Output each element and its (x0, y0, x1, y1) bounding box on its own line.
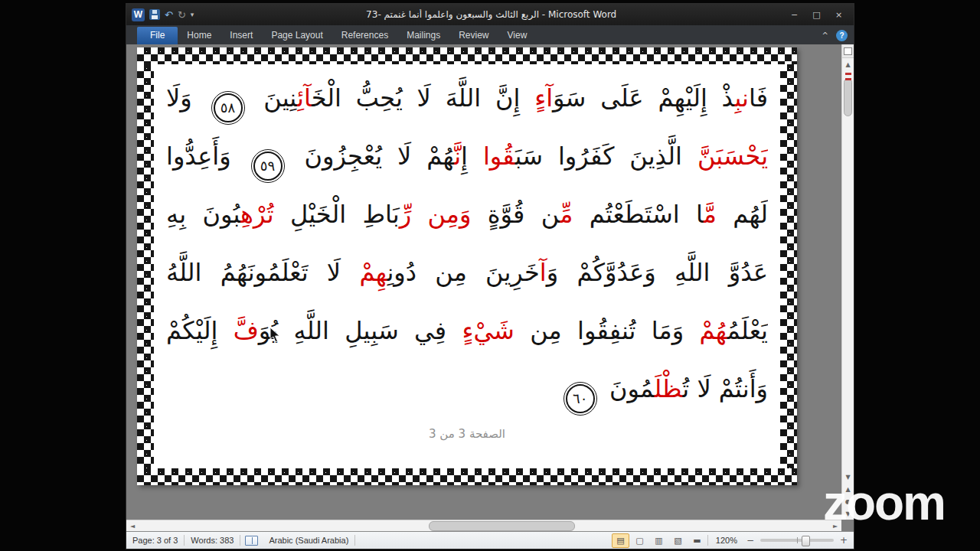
redo-icon[interactable]: ↻ (178, 10, 186, 20)
quran-text-segment: الَّذِينَ كَفَرُوا سَبَ (515, 142, 697, 171)
status-separator (707, 535, 708, 546)
ayah-number-badge: ٥٩ (253, 152, 283, 181)
quran-text-segment: هِمْ (359, 258, 387, 287)
view-outline-button[interactable]: ▧ (669, 533, 687, 548)
undo-icon[interactable]: ↶ (165, 10, 173, 20)
quran-text-segment: وَمَا تُنفِقُوا مِن (514, 316, 700, 345)
vertical-scroll-track[interactable] (842, 70, 854, 471)
quran-line[interactable]: يَعْلَمُهُمْ وَمَا تُنفِقُوا مِن شَيْءٍ … (166, 302, 768, 360)
quran-text-segment: قُوا (483, 142, 515, 171)
quran-line[interactable]: فَانبِذْ إِلَيْهِمْ عَلَى سَوَآءٍ إِنَّ … (166, 69, 768, 127)
zoom-slider-notch (797, 537, 798, 543)
quran-text-segment: تُرْهِ (240, 200, 273, 229)
vertical-scroll-thumb[interactable] (844, 78, 852, 116)
zoom-level-label[interactable]: 120% (710, 536, 743, 545)
minimize-button[interactable]: ─ (783, 7, 805, 22)
horizontal-scroll-track[interactable] (139, 520, 829, 531)
word-count-indicator[interactable]: Words: 383 (185, 536, 240, 545)
quran-text-segment: خَرِينَ مِن دُونِ (387, 258, 539, 287)
tab-page-layout[interactable]: Page Layout (262, 27, 332, 44)
quran-text-segment: مُونَ (602, 374, 655, 403)
zoom-slider-thumb[interactable] (802, 536, 810, 546)
status-bar: Page: 3 of 3 Words: 383 Arabic (Saudi Ar… (126, 531, 854, 549)
page-content[interactable]: فَانبِذْ إِلَيْهِمْ عَلَى سَوَآءٍ إِنَّ … (154, 64, 780, 468)
zoom-out-button[interactable]: − (745, 535, 756, 546)
quran-text-segment: وَأَعِدُّوا (166, 142, 247, 171)
quran-text-segment: لَا تَعْلَمُونَهُمُ اللَّهُ (166, 258, 359, 287)
page-border-ornament-top (137, 47, 797, 64)
quran-text-segment: لَهُم (717, 200, 768, 229)
tab-mailings[interactable]: Mailings (397, 27, 449, 44)
quran-text-segment: ن قُوَّةٍ (471, 200, 560, 229)
quran-line[interactable]: لَهُم مَّا اسْتَطَعْتُم مِّن قُوَّةٍ وَم… (166, 185, 768, 243)
zoom-slider[interactable] (760, 539, 834, 542)
quran-text-segment: إِ (461, 142, 483, 171)
tab-file[interactable]: File (137, 27, 178, 44)
language-indicator[interactable]: Arabic (Saudi Arabia) (263, 536, 354, 545)
quran-text-segment: إِلَيْكُمْ (166, 316, 234, 345)
quran-text-segment: وَأَنتُمْ لَا تُ (682, 374, 768, 403)
view-full-screen-reading-button[interactable]: ▢ (631, 533, 648, 548)
quran-text-segment: عَدُوَّ اللَّهِ وَعَدُوَّكُمْ وَ (547, 258, 768, 287)
quran-text-segment: يَعْلَمُ (727, 316, 768, 345)
tab-references[interactable]: References (332, 27, 397, 44)
help-icon[interactable]: ? (836, 30, 848, 41)
tracked-change-mark (845, 78, 851, 80)
quran-text-segment: فِي سَبِيلِ اللَّهِ يُوَ (259, 316, 462, 345)
view-draft-button[interactable]: ▬ (688, 533, 706, 548)
title-bar: W ↶ ↻ ▾ الربع الثالث والسبعون واعلموا أن… (126, 4, 854, 25)
minimize-ribbon-icon[interactable]: ^ (822, 31, 828, 40)
proofing-status-icon[interactable] (245, 536, 258, 546)
scroll-up-button[interactable]: ▲ (842, 58, 854, 70)
scroll-left-button[interactable]: ◄ (126, 523, 139, 530)
quran-text-segment: نِينَ (250, 83, 298, 112)
save-icon[interactable] (149, 9, 160, 20)
ruler-toggle-button[interactable] (842, 44, 854, 58)
ribbon-right-controls: ^ ? (822, 30, 848, 44)
quran-text-segment: نبِ (734, 83, 749, 112)
quran-text-segment: ذْ إِلَيْهِمْ عَلَى سَوَ (553, 83, 734, 112)
quran-text-segment: شَيْءٍ (462, 316, 514, 345)
tab-insert[interactable]: Insert (220, 27, 262, 44)
maximize-button[interactable]: □ (805, 7, 828, 22)
quran-text-segment: مِّ (560, 200, 573, 229)
page-indicator[interactable]: Page: 3 of 3 (126, 536, 184, 545)
quran-line[interactable]: يَحْسَبَنَّ الَّذِينَ كَفَرُوا سَبَقُوا … (166, 127, 768, 185)
quran-line[interactable]: وَأَنتُمْ لَا تُظْلَمُونَ ٦٠ (166, 360, 768, 418)
horizontal-scroll-thumb[interactable] (429, 521, 575, 531)
document-page[interactable]: فَانبِذْ إِلَيْهِمْ عَلَى سَوَآءٍ إِنَّ … (137, 47, 797, 485)
window-title: الربع الثالث والسبعون واعلموا أنما غنمتم… (199, 9, 783, 20)
tab-home[interactable]: Home (178, 27, 220, 44)
page-border-ornament-left (137, 64, 154, 468)
vertical-scrollbar[interactable]: ▲ ▼ ▲ ● ▼ (841, 44, 854, 520)
tab-view[interactable]: View (498, 27, 537, 44)
word-window: W ↶ ↻ ▾ الربع الثالث والسبعون واعلموا أن… (126, 3, 854, 549)
ribbon-tab-bar: File Home Insert Page Layout References … (126, 25, 854, 44)
status-separator (240, 535, 240, 546)
quran-text-segment: بَاطِ الْخَيْلِ (274, 200, 400, 229)
quran-text-segment: وَلَا (166, 83, 207, 112)
view-web-layout-button[interactable]: ▥ (650, 533, 668, 548)
word-logo-icon[interactable]: W (132, 8, 145, 21)
quran-text-segment: ا اسْتَطَعْتُم (573, 200, 703, 229)
status-bar-right: ▤ ▢ ▥ ▧ ▬ 120% − + (612, 533, 854, 548)
quran-text-segment: وَمِن رِّ (400, 200, 472, 229)
quran-text-segment: إِنَّ اللَّهَ لَا يُحِبُّ الْخَ (312, 83, 534, 112)
quick-access-toolbar: W ↶ ↻ ▾ (126, 8, 199, 21)
customize-qat-dropdown-icon[interactable]: ▾ (191, 11, 194, 18)
close-button[interactable]: × (828, 7, 850, 22)
quran-text-segment: يَحْسَبَنَّ (697, 142, 768, 171)
status-separator (354, 535, 355, 546)
window-controls: ─ □ × (783, 7, 854, 22)
quran-line[interactable]: عَدُوَّ اللَّهِ وَعَدُوَّكُمْ وَآخَرِينَ… (166, 243, 768, 302)
quran-text-segment: آ (540, 258, 547, 287)
horizontal-scrollbar[interactable]: ◄ ► (126, 520, 841, 531)
quran-text-segment: فَا (749, 83, 768, 112)
quran-text-segment: ظْلَ (654, 374, 682, 403)
quran-text-segment: آئِ (297, 83, 312, 112)
zoom-in-button[interactable]: + (838, 535, 849, 546)
view-print-layout-button[interactable]: ▤ (612, 533, 629, 548)
ayah-number-badge: ٦٠ (566, 384, 595, 413)
tab-review[interactable]: Review (449, 27, 498, 44)
document-area: فَانبِذْ إِلَيْهِمْ عَلَى سَوَآءٍ إِنَّ … (126, 44, 854, 531)
